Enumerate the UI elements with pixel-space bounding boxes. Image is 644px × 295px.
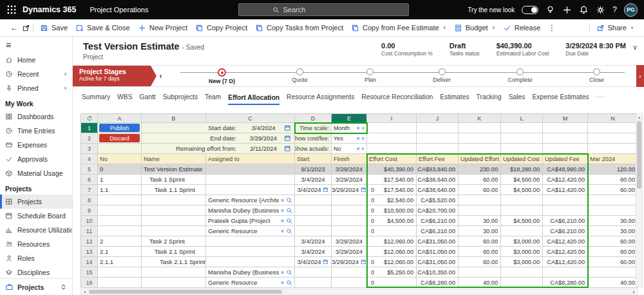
cell-L10[interactable]: $4,500.00	[501, 216, 543, 226]
stage-circle[interactable]	[593, 68, 600, 75]
row-header-15[interactable]: 15	[81, 267, 98, 278]
hamburger-icon[interactable]: ≡	[0, 37, 72, 53]
cell-A7[interactable]: 1.1	[98, 185, 142, 195]
cell-M12[interactable]: CA$12,420.00	[543, 236, 588, 247]
cell-L14[interactable]: $3,000.00	[501, 257, 543, 267]
cell-A12[interactable]: 2	[98, 236, 142, 247]
cell-M10[interactable]: CA$6,210.00	[543, 216, 588, 226]
cell-D6[interactable]: 3/4/2024	[295, 175, 332, 185]
stage-plan[interactable]: Plan	[365, 68, 376, 86]
tab-tracking[interactable]: Tracking	[477, 93, 502, 105]
cell-L2[interactable]	[501, 133, 543, 144]
sidebar-item-time-entries[interactable]: Time Entries	[0, 124, 72, 138]
command-new-project[interactable]: New Project	[134, 22, 191, 34]
cell-A4[interactable]: No	[98, 154, 142, 164]
cell-M9[interactable]	[543, 205, 588, 216]
cell-A10[interactable]	[98, 216, 142, 226]
sidebar-item-disciplines[interactable]: Disciplines	[0, 265, 72, 278]
tab-estimates[interactable]: Estimates	[440, 93, 469, 105]
cell-L6[interactable]: $4,500.00	[501, 175, 543, 185]
cell-D9[interactable]	[295, 205, 332, 216]
next-stage-button[interactable]: ›	[636, 65, 644, 87]
tab-summary[interactable]: Summary	[82, 93, 110, 105]
cell-E10[interactable]	[332, 216, 367, 226]
cell-B10[interactable]	[142, 216, 206, 226]
cell-E11[interactable]	[332, 226, 367, 236]
cell-E9[interactable]	[332, 205, 367, 216]
cell-E1[interactable]: Month×∨	[332, 123, 367, 133]
cell-C9[interactable]: Manisha Dubey (Business×	[206, 205, 295, 216]
avatar[interactable]: PG	[624, 3, 638, 17]
cell-B3[interactable]: Remaining effort from:2/11/2024	[142, 144, 295, 154]
cell-B5[interactable]: Test Version Estimate	[142, 164, 206, 175]
cell-C12[interactable]	[206, 236, 295, 247]
cell-L1[interactable]	[501, 123, 543, 133]
chevron-down-icon[interactable]: ∨	[361, 126, 365, 131]
cell-J11[interactable]: CA$6,210.00	[417, 226, 459, 236]
remove-resource-icon[interactable]: ×	[281, 228, 284, 234]
cell-N5[interactable]: 120.00	[588, 164, 638, 175]
cell-L5[interactable]: $18,290.00	[501, 164, 543, 175]
cell-M14[interactable]: CA$12,420.00	[543, 257, 588, 267]
clear-icon[interactable]: ×	[357, 125, 360, 131]
cell-K14[interactable]: 60.00	[459, 257, 501, 267]
cell-K16[interactable]: 40.00	[459, 278, 501, 288]
column-header-L[interactable]: L	[501, 114, 543, 123]
cell-J3[interactable]	[417, 144, 459, 154]
stage-collapse-chevron[interactable]: ‹	[156, 66, 165, 86]
sidebar-item-dashboards[interactable]: Dashboards	[0, 109, 72, 124]
cell-A3[interactable]	[98, 144, 142, 154]
cell-E5[interactable]: 3/29/2024	[332, 164, 367, 175]
cell-M16[interactable]: CA$8,280.00	[543, 278, 588, 288]
clear-icon[interactable]: ×	[357, 146, 360, 152]
tabs-overflow-icon[interactable]: ···	[596, 93, 605, 105]
row-header-5[interactable]: 5	[81, 164, 98, 175]
cell-B13[interactable]: Task 2.1 Sprint	[142, 247, 206, 257]
scroll-left-arrow[interactable]: ◄	[81, 290, 88, 294]
cell-E7[interactable]: 3/29/2024	[332, 185, 367, 195]
cell-I16[interactable]: 0	[367, 278, 417, 288]
command-budget[interactable]: Budget∨	[450, 22, 499, 34]
stage-complete[interactable]: Complete	[507, 68, 533, 86]
cell-C11[interactable]: Generic Resource×	[206, 226, 295, 236]
cell-N14[interactable]: 60.00	[588, 257, 638, 267]
command-copy-project[interactable]: Copy Project	[191, 22, 251, 34]
cell-M5[interactable]: CA$48,990.00	[543, 164, 588, 175]
cell-I14[interactable]: 0$12,060.00	[367, 257, 417, 267]
cell-N4[interactable]: Mar 2024	[588, 154, 638, 164]
cell-K10[interactable]: 30.00	[459, 216, 501, 226]
popout-icon[interactable]	[22, 24, 30, 32]
cell-L3[interactable]	[501, 144, 543, 154]
cell-N10[interactable]: 30.00	[588, 216, 638, 226]
cell-B8[interactable]	[142, 195, 206, 205]
column-header-A[interactable]: A	[98, 114, 142, 123]
cell-K2[interactable]	[459, 133, 501, 144]
area-switcher[interactable]: Projects	[0, 278, 72, 295]
cell-A15[interactable]	[98, 267, 142, 278]
sidebar-item-expenses[interactable]: Expenses	[0, 138, 72, 152]
cell-J12[interactable]: CA$31,050.00	[417, 236, 459, 247]
cell-L9[interactable]	[501, 205, 543, 216]
waffle-icon[interactable]	[6, 5, 17, 15]
cell-D1[interactable]: Time scale:	[295, 123, 332, 133]
remove-resource-icon[interactable]: ×	[281, 280, 284, 286]
cell-M3[interactable]	[543, 144, 588, 154]
grid-refresh-button[interactable]	[81, 114, 98, 123]
cell-J6[interactable]: CA$38,640.00	[417, 175, 459, 185]
cell-N7[interactable]: 60.00	[588, 185, 638, 195]
stage-close[interactable]: Close	[589, 68, 604, 86]
row-header-13[interactable]: 13	[81, 247, 98, 257]
cell-J4[interactable]: Effort Fee	[417, 154, 459, 164]
column-header-M[interactable]: M	[543, 114, 588, 123]
cell-A2[interactable]: Discard	[98, 133, 142, 144]
cell-I9[interactable]: 0$10,500.00	[367, 205, 417, 216]
brand-logo[interactable]: Dynamics 365	[23, 5, 76, 14]
column-header-E[interactable]: E	[332, 114, 367, 123]
lightbulb-icon[interactable]	[545, 5, 555, 15]
row-header-4[interactable]: 4	[81, 154, 98, 164]
stage-circle[interactable]	[516, 68, 524, 75]
row-header-7[interactable]: 7	[81, 185, 98, 195]
back-button[interactable]: ←	[6, 22, 22, 33]
horizontal-scroll-thumb[interactable]	[89, 290, 282, 294]
cell-K3[interactable]	[459, 144, 501, 154]
